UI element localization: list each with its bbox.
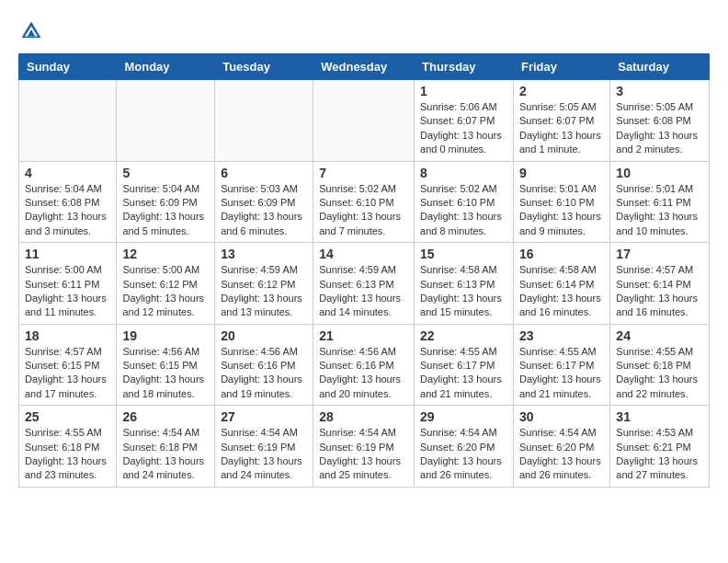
day-info: Sunrise: 4:54 AM Sunset: 6:19 PM Dayligh… [221, 426, 307, 483]
calendar-cell: 5Sunrise: 5:04 AM Sunset: 6:09 PM Daylig… [117, 161, 215, 243]
day-number: 6 [221, 166, 307, 180]
day-info: Sunrise: 5:02 AM Sunset: 6:10 PM Dayligh… [420, 182, 507, 239]
day-info: Sunrise: 5:02 AM Sunset: 6:10 PM Dayligh… [319, 182, 408, 239]
day-info: Sunrise: 5:00 AM Sunset: 6:11 PM Dayligh… [25, 263, 110, 320]
calendar-cell: 28Sunrise: 4:54 AM Sunset: 6:19 PM Dayli… [313, 406, 415, 488]
calendar-week-4: 18Sunrise: 4:57 AM Sunset: 6:15 PM Dayli… [19, 324, 710, 406]
day-number: 3 [616, 84, 703, 98]
day-info: Sunrise: 4:57 AM Sunset: 6:14 PM Dayligh… [616, 263, 703, 320]
calendar-cell: 11Sunrise: 5:00 AM Sunset: 6:11 PM Dayli… [19, 243, 117, 325]
calendar-header-row: SundayMondayTuesdayWednesdayThursdayFrid… [19, 54, 710, 80]
calendar-cell: 18Sunrise: 4:57 AM Sunset: 6:15 PM Dayli… [19, 324, 117, 406]
calendar-cell: 8Sunrise: 5:02 AM Sunset: 6:10 PM Daylig… [415, 161, 514, 243]
calendar-cell: 19Sunrise: 4:56 AM Sunset: 6:15 PM Dayli… [117, 324, 215, 406]
day-info: Sunrise: 4:56 AM Sunset: 6:16 PM Dayligh… [319, 345, 408, 402]
calendar-cell: 12Sunrise: 5:00 AM Sunset: 6:12 PM Dayli… [117, 243, 215, 325]
day-info: Sunrise: 4:54 AM Sunset: 6:18 PM Dayligh… [122, 426, 209, 483]
day-number: 17 [616, 247, 703, 261]
day-number: 12 [122, 247, 209, 261]
day-info: Sunrise: 4:54 AM Sunset: 6:19 PM Dayligh… [319, 426, 408, 483]
weekday-header-saturday: Saturday [610, 54, 710, 80]
weekday-header-tuesday: Tuesday [215, 54, 313, 80]
day-number: 13 [221, 247, 307, 261]
calendar-cell: 17Sunrise: 4:57 AM Sunset: 6:14 PM Dayli… [610, 243, 710, 325]
calendar-cell: 4Sunrise: 5:04 AM Sunset: 6:08 PM Daylig… [19, 161, 117, 243]
calendar-week-5: 25Sunrise: 4:55 AM Sunset: 6:18 PM Dayli… [19, 406, 710, 488]
calendar-table: SundayMondayTuesdayWednesdayThursdayFrid… [18, 53, 710, 488]
weekday-header-thursday: Thursday [415, 54, 514, 80]
calendar-cell: 27Sunrise: 4:54 AM Sunset: 6:19 PM Dayli… [215, 406, 313, 488]
day-number: 8 [420, 166, 507, 180]
day-number: 27 [221, 409, 307, 424]
day-info: Sunrise: 4:54 AM Sunset: 6:20 PM Dayligh… [420, 426, 507, 483]
day-info: Sunrise: 4:56 AM Sunset: 6:16 PM Dayligh… [221, 345, 307, 402]
day-info: Sunrise: 4:58 AM Sunset: 6:14 PM Dayligh… [519, 263, 604, 320]
calendar-week-1: 1Sunrise: 5:06 AM Sunset: 6:07 PM Daylig… [19, 80, 710, 162]
day-info: Sunrise: 5:05 AM Sunset: 6:07 PM Dayligh… [519, 100, 604, 157]
day-number: 1 [420, 84, 507, 98]
calendar-cell: 29Sunrise: 4:54 AM Sunset: 6:20 PM Dayli… [415, 406, 514, 488]
calendar-cell: 10Sunrise: 5:01 AM Sunset: 6:11 PM Dayli… [610, 161, 710, 243]
page-header [18, 18, 710, 44]
day-info: Sunrise: 5:06 AM Sunset: 6:07 PM Dayligh… [420, 100, 507, 157]
day-info: Sunrise: 4:55 AM Sunset: 6:18 PM Dayligh… [25, 426, 110, 483]
calendar-cell: 14Sunrise: 4:59 AM Sunset: 6:13 PM Dayli… [313, 243, 415, 325]
calendar-cell: 21Sunrise: 4:56 AM Sunset: 6:16 PM Dayli… [313, 324, 415, 406]
day-info: Sunrise: 4:59 AM Sunset: 6:12 PM Dayligh… [221, 263, 307, 320]
calendar-cell: 24Sunrise: 4:55 AM Sunset: 6:18 PM Dayli… [610, 324, 710, 406]
calendar-cell: 30Sunrise: 4:54 AM Sunset: 6:20 PM Dayli… [513, 406, 609, 488]
calendar-cell: 13Sunrise: 4:59 AM Sunset: 6:12 PM Dayli… [215, 243, 313, 325]
day-info: Sunrise: 5:04 AM Sunset: 6:08 PM Dayligh… [25, 182, 110, 239]
calendar-cell [19, 80, 117, 162]
calendar-week-2: 4Sunrise: 5:04 AM Sunset: 6:08 PM Daylig… [19, 161, 710, 243]
day-number: 20 [221, 328, 307, 343]
day-info: Sunrise: 5:01 AM Sunset: 6:11 PM Dayligh… [616, 182, 703, 239]
calendar-cell: 31Sunrise: 4:53 AM Sunset: 6:21 PM Dayli… [610, 406, 710, 488]
weekday-header-friday: Friday [513, 54, 609, 80]
calendar-cell: 25Sunrise: 4:55 AM Sunset: 6:18 PM Dayli… [19, 406, 117, 488]
day-number: 10 [616, 166, 703, 180]
day-number: 15 [420, 247, 507, 261]
weekday-header-wednesday: Wednesday [313, 54, 415, 80]
day-info: Sunrise: 4:59 AM Sunset: 6:13 PM Dayligh… [319, 263, 408, 320]
day-number: 28 [319, 409, 408, 424]
day-number: 19 [122, 328, 209, 343]
day-number: 9 [519, 166, 604, 180]
calendar-cell [313, 80, 415, 162]
day-info: Sunrise: 5:00 AM Sunset: 6:12 PM Dayligh… [122, 263, 209, 320]
day-info: Sunrise: 5:05 AM Sunset: 6:08 PM Dayligh… [616, 100, 703, 157]
calendar-cell [117, 80, 215, 162]
day-info: Sunrise: 5:04 AM Sunset: 6:09 PM Dayligh… [122, 182, 209, 239]
day-number: 30 [519, 409, 604, 424]
day-number: 21 [319, 328, 408, 343]
calendar-cell: 6Sunrise: 5:03 AM Sunset: 6:09 PM Daylig… [215, 161, 313, 243]
calendar-cell: 15Sunrise: 4:58 AM Sunset: 6:13 PM Dayli… [415, 243, 514, 325]
day-number: 14 [319, 247, 408, 261]
day-number: 16 [519, 247, 604, 261]
day-number: 23 [519, 328, 604, 343]
calendar-cell: 16Sunrise: 4:58 AM Sunset: 6:14 PM Dayli… [513, 243, 609, 325]
calendar-cell: 7Sunrise: 5:02 AM Sunset: 6:10 PM Daylig… [313, 161, 415, 243]
calendar-cell: 22Sunrise: 4:55 AM Sunset: 6:17 PM Dayli… [415, 324, 514, 406]
calendar-week-3: 11Sunrise: 5:00 AM Sunset: 6:11 PM Dayli… [19, 243, 710, 325]
day-info: Sunrise: 4:55 AM Sunset: 6:18 PM Dayligh… [616, 345, 703, 402]
day-info: Sunrise: 5:01 AM Sunset: 6:10 PM Dayligh… [519, 182, 604, 239]
logo [18, 18, 48, 44]
day-number: 31 [616, 409, 703, 424]
day-info: Sunrise: 4:58 AM Sunset: 6:13 PM Dayligh… [420, 263, 507, 320]
day-number: 26 [122, 409, 209, 424]
day-number: 25 [25, 409, 110, 424]
day-info: Sunrise: 4:57 AM Sunset: 6:15 PM Dayligh… [25, 345, 110, 402]
day-number: 2 [519, 84, 604, 98]
day-number: 18 [25, 328, 110, 343]
day-number: 11 [25, 247, 110, 261]
calendar-cell: 1Sunrise: 5:06 AM Sunset: 6:07 PM Daylig… [415, 80, 514, 162]
day-info: Sunrise: 4:53 AM Sunset: 6:21 PM Dayligh… [616, 426, 703, 483]
day-info: Sunrise: 5:03 AM Sunset: 6:09 PM Dayligh… [221, 182, 307, 239]
day-number: 5 [122, 166, 209, 180]
day-info: Sunrise: 4:55 AM Sunset: 6:17 PM Dayligh… [420, 345, 507, 402]
calendar-cell: 20Sunrise: 4:56 AM Sunset: 6:16 PM Dayli… [215, 324, 313, 406]
calendar-cell: 23Sunrise: 4:55 AM Sunset: 6:17 PM Dayli… [513, 324, 609, 406]
calendar-cell: 26Sunrise: 4:54 AM Sunset: 6:18 PM Dayli… [117, 406, 215, 488]
logo-icon [18, 18, 44, 44]
